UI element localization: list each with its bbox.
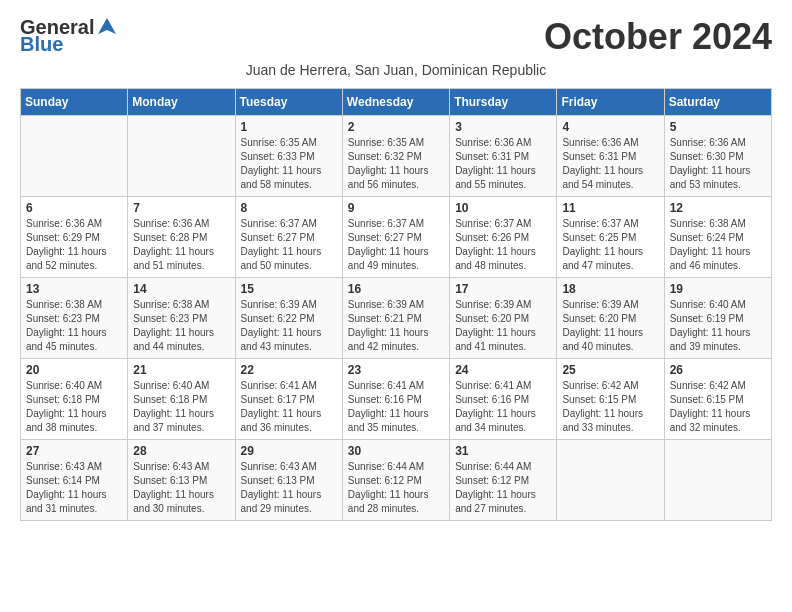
day-number: 19 [670,282,766,296]
calendar-week-1: 1Sunrise: 6:35 AM Sunset: 6:33 PM Daylig… [21,116,772,197]
day-info: Sunrise: 6:39 AM Sunset: 6:20 PM Dayligh… [455,298,551,354]
day-number: 29 [241,444,337,458]
day-info: Sunrise: 6:37 AM Sunset: 6:26 PM Dayligh… [455,217,551,273]
day-number: 15 [241,282,337,296]
day-number: 10 [455,201,551,215]
day-number: 20 [26,363,122,377]
day-number: 9 [348,201,444,215]
day-info: Sunrise: 6:36 AM Sunset: 6:31 PM Dayligh… [455,136,551,192]
page-header: General Blue October 2024 [20,16,772,58]
day-info: Sunrise: 6:39 AM Sunset: 6:22 PM Dayligh… [241,298,337,354]
day-info: Sunrise: 6:42 AM Sunset: 6:15 PM Dayligh… [562,379,658,435]
calendar-cell [557,440,664,521]
calendar-week-2: 6Sunrise: 6:36 AM Sunset: 6:29 PM Daylig… [21,197,772,278]
day-info: Sunrise: 6:41 AM Sunset: 6:16 PM Dayligh… [455,379,551,435]
calendar-cell: 30Sunrise: 6:44 AM Sunset: 6:12 PM Dayli… [342,440,449,521]
day-number: 31 [455,444,551,458]
location-subtitle: Juan de Herrera, San Juan, Dominican Rep… [20,62,772,78]
calendar-cell: 2Sunrise: 6:35 AM Sunset: 6:32 PM Daylig… [342,116,449,197]
day-number: 2 [348,120,444,134]
calendar-cell [128,116,235,197]
day-info: Sunrise: 6:42 AM Sunset: 6:15 PM Dayligh… [670,379,766,435]
day-info: Sunrise: 6:37 AM Sunset: 6:27 PM Dayligh… [348,217,444,273]
day-number: 30 [348,444,444,458]
month-title: October 2024 [544,16,772,58]
calendar-cell: 21Sunrise: 6:40 AM Sunset: 6:18 PM Dayli… [128,359,235,440]
day-info: Sunrise: 6:36 AM Sunset: 6:28 PM Dayligh… [133,217,229,273]
calendar-week-4: 20Sunrise: 6:40 AM Sunset: 6:18 PM Dayli… [21,359,772,440]
day-info: Sunrise: 6:41 AM Sunset: 6:16 PM Dayligh… [348,379,444,435]
svg-marker-0 [98,18,116,34]
calendar-cell: 13Sunrise: 6:38 AM Sunset: 6:23 PM Dayli… [21,278,128,359]
day-number: 25 [562,363,658,377]
day-number: 24 [455,363,551,377]
day-number: 16 [348,282,444,296]
calendar-cell: 3Sunrise: 6:36 AM Sunset: 6:31 PM Daylig… [450,116,557,197]
day-number: 8 [241,201,337,215]
day-info: Sunrise: 6:36 AM Sunset: 6:31 PM Dayligh… [562,136,658,192]
calendar-cell: 10Sunrise: 6:37 AM Sunset: 6:26 PM Dayli… [450,197,557,278]
header-tuesday: Tuesday [235,89,342,116]
calendar-cell: 20Sunrise: 6:40 AM Sunset: 6:18 PM Dayli… [21,359,128,440]
day-number: 14 [133,282,229,296]
calendar-week-3: 13Sunrise: 6:38 AM Sunset: 6:23 PM Dayli… [21,278,772,359]
day-info: Sunrise: 6:38 AM Sunset: 6:23 PM Dayligh… [26,298,122,354]
day-info: Sunrise: 6:38 AM Sunset: 6:23 PM Dayligh… [133,298,229,354]
header-wednesday: Wednesday [342,89,449,116]
day-number: 4 [562,120,658,134]
day-number: 7 [133,201,229,215]
header-saturday: Saturday [664,89,771,116]
day-info: Sunrise: 6:38 AM Sunset: 6:24 PM Dayligh… [670,217,766,273]
day-number: 6 [26,201,122,215]
calendar-cell: 19Sunrise: 6:40 AM Sunset: 6:19 PM Dayli… [664,278,771,359]
calendar-cell: 6Sunrise: 6:36 AM Sunset: 6:29 PM Daylig… [21,197,128,278]
calendar-cell: 9Sunrise: 6:37 AM Sunset: 6:27 PM Daylig… [342,197,449,278]
calendar-cell: 16Sunrise: 6:39 AM Sunset: 6:21 PM Dayli… [342,278,449,359]
day-info: Sunrise: 6:37 AM Sunset: 6:27 PM Dayligh… [241,217,337,273]
day-info: Sunrise: 6:44 AM Sunset: 6:12 PM Dayligh… [455,460,551,516]
calendar-cell: 29Sunrise: 6:43 AM Sunset: 6:13 PM Dayli… [235,440,342,521]
header-monday: Monday [128,89,235,116]
day-info: Sunrise: 6:39 AM Sunset: 6:20 PM Dayligh… [562,298,658,354]
day-info: Sunrise: 6:36 AM Sunset: 6:29 PM Dayligh… [26,217,122,273]
calendar-cell: 22Sunrise: 6:41 AM Sunset: 6:17 PM Dayli… [235,359,342,440]
calendar-cell: 12Sunrise: 6:38 AM Sunset: 6:24 PM Dayli… [664,197,771,278]
calendar-cell: 15Sunrise: 6:39 AM Sunset: 6:22 PM Dayli… [235,278,342,359]
logo-blue: Blue [20,34,118,54]
calendar-table: SundayMondayTuesdayWednesdayThursdayFrid… [20,88,772,521]
day-number: 5 [670,120,766,134]
calendar-cell: 1Sunrise: 6:35 AM Sunset: 6:33 PM Daylig… [235,116,342,197]
day-number: 17 [455,282,551,296]
day-info: Sunrise: 6:35 AM Sunset: 6:33 PM Dayligh… [241,136,337,192]
day-info: Sunrise: 6:40 AM Sunset: 6:18 PM Dayligh… [26,379,122,435]
calendar-cell [664,440,771,521]
day-info: Sunrise: 6:40 AM Sunset: 6:19 PM Dayligh… [670,298,766,354]
calendar-cell: 14Sunrise: 6:38 AM Sunset: 6:23 PM Dayli… [128,278,235,359]
day-info: Sunrise: 6:35 AM Sunset: 6:32 PM Dayligh… [348,136,444,192]
header-friday: Friday [557,89,664,116]
day-number: 28 [133,444,229,458]
day-number: 26 [670,363,766,377]
calendar-cell: 31Sunrise: 6:44 AM Sunset: 6:12 PM Dayli… [450,440,557,521]
calendar-cell: 17Sunrise: 6:39 AM Sunset: 6:20 PM Dayli… [450,278,557,359]
logo: General Blue [20,16,118,54]
day-info: Sunrise: 6:43 AM Sunset: 6:13 PM Dayligh… [241,460,337,516]
header-thursday: Thursday [450,89,557,116]
header-sunday: Sunday [21,89,128,116]
day-number: 23 [348,363,444,377]
calendar-cell: 27Sunrise: 6:43 AM Sunset: 6:14 PM Dayli… [21,440,128,521]
calendar-cell: 4Sunrise: 6:36 AM Sunset: 6:31 PM Daylig… [557,116,664,197]
day-info: Sunrise: 6:44 AM Sunset: 6:12 PM Dayligh… [348,460,444,516]
day-info: Sunrise: 6:36 AM Sunset: 6:30 PM Dayligh… [670,136,766,192]
calendar-week-5: 27Sunrise: 6:43 AM Sunset: 6:14 PM Dayli… [21,440,772,521]
day-info: Sunrise: 6:39 AM Sunset: 6:21 PM Dayligh… [348,298,444,354]
calendar-cell: 24Sunrise: 6:41 AM Sunset: 6:16 PM Dayli… [450,359,557,440]
day-info: Sunrise: 6:41 AM Sunset: 6:17 PM Dayligh… [241,379,337,435]
day-number: 18 [562,282,658,296]
day-info: Sunrise: 6:37 AM Sunset: 6:25 PM Dayligh… [562,217,658,273]
day-number: 21 [133,363,229,377]
day-info: Sunrise: 6:43 AM Sunset: 6:14 PM Dayligh… [26,460,122,516]
day-number: 27 [26,444,122,458]
day-number: 22 [241,363,337,377]
day-number: 3 [455,120,551,134]
